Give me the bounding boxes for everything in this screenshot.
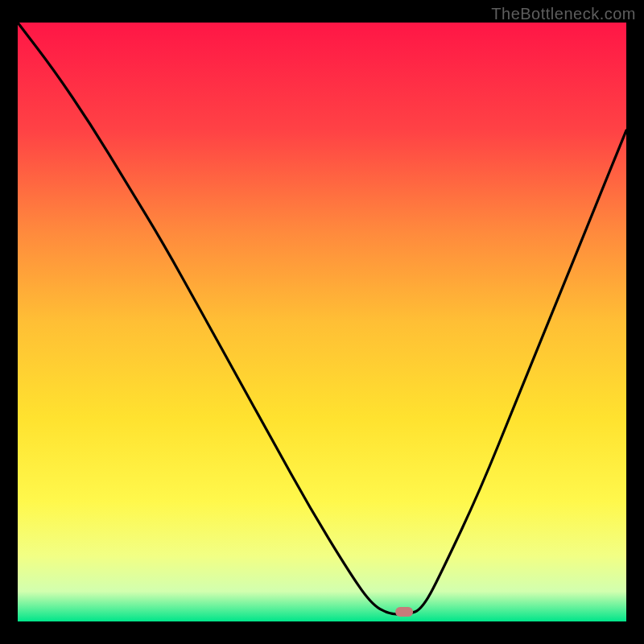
- optimal-marker: [395, 607, 413, 617]
- gradient-background: [18, 23, 626, 621]
- plot-area: [18, 23, 626, 621]
- chart-stage: TheBottleneck.com: [0, 0, 644, 644]
- chart-svg: [18, 23, 626, 621]
- watermark-text: TheBottleneck.com: [491, 5, 636, 23]
